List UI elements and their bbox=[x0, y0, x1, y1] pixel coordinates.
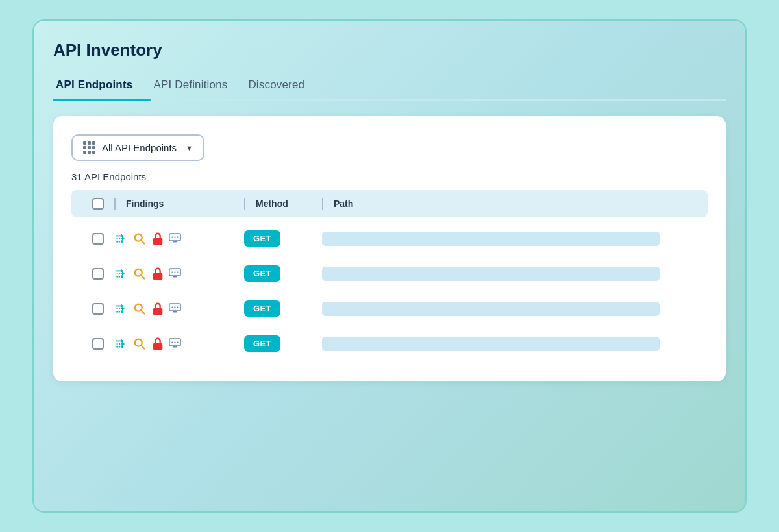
col-header-method: Method bbox=[244, 198, 322, 210]
page-title: API Inventory bbox=[53, 40, 726, 60]
tab-endpoints[interactable]: API Endpoints bbox=[53, 72, 151, 99]
svg-rect-27 bbox=[153, 308, 163, 315]
svg-point-19 bbox=[174, 271, 175, 272]
lock-icon bbox=[151, 302, 165, 316]
grid-icon bbox=[83, 141, 95, 154]
svg-rect-16 bbox=[153, 273, 163, 280]
table-row: GET bbox=[71, 291, 708, 326]
svg-point-20 bbox=[177, 271, 178, 272]
path-bar bbox=[322, 302, 660, 316]
table-row: GET bbox=[71, 221, 708, 256]
svg-line-26 bbox=[141, 310, 144, 313]
col-header-path: Path bbox=[322, 198, 697, 210]
endpoint-count: 31 API Endpoints bbox=[71, 171, 708, 182]
arrows-icon bbox=[114, 337, 129, 351]
chevron-down-icon: ▼ bbox=[186, 144, 193, 152]
svg-point-29 bbox=[171, 306, 173, 308]
svg-rect-38 bbox=[153, 343, 163, 350]
path-bar bbox=[322, 337, 660, 351]
svg-point-41 bbox=[174, 341, 175, 343]
svg-point-9 bbox=[177, 236, 178, 237]
arrows-icon bbox=[114, 267, 129, 281]
select-all-checkbox[interactable] bbox=[82, 198, 114, 210]
password-icon bbox=[169, 232, 183, 246]
svg-rect-43 bbox=[173, 346, 177, 347]
findings-icons bbox=[114, 337, 244, 351]
content-card: All API Endpoints ▼ 31 API Endpoints Fin… bbox=[53, 116, 726, 381]
tabs-bar: API Endpoints API Definitions Discovered bbox=[53, 72, 726, 101]
get-badge: GET bbox=[244, 300, 280, 317]
method-cell: GET bbox=[244, 265, 322, 282]
get-badge: GET bbox=[244, 335, 280, 352]
svg-rect-5 bbox=[153, 238, 163, 245]
col-header-findings: Findings bbox=[114, 198, 244, 210]
lock-icon bbox=[151, 232, 165, 246]
search-magnifier-icon bbox=[132, 267, 147, 281]
path-bar bbox=[322, 232, 660, 246]
path-bar bbox=[322, 267, 660, 281]
method-cell: GET bbox=[244, 335, 322, 352]
search-magnifier-icon bbox=[132, 337, 147, 351]
search-magnifier-icon bbox=[132, 232, 147, 246]
filter-row: All API Endpoints ▼ bbox=[71, 134, 708, 161]
search-magnifier-icon bbox=[132, 302, 147, 316]
password-icon bbox=[169, 337, 183, 351]
row-checkbox[interactable] bbox=[82, 338, 114, 350]
method-cell: GET bbox=[244, 230, 322, 247]
get-badge: GET bbox=[244, 230, 280, 247]
tab-discovered[interactable]: Discovered bbox=[245, 72, 323, 99]
table-row: GET bbox=[71, 256, 708, 291]
svg-rect-21 bbox=[173, 276, 177, 277]
row-checkbox[interactable] bbox=[82, 268, 114, 280]
svg-point-31 bbox=[177, 306, 178, 308]
findings-icons bbox=[114, 232, 244, 246]
password-icon bbox=[169, 302, 183, 316]
password-icon bbox=[169, 267, 183, 281]
path-cell bbox=[322, 302, 697, 316]
path-cell bbox=[322, 232, 697, 246]
svg-point-30 bbox=[174, 306, 175, 308]
path-cell bbox=[322, 337, 697, 351]
arrows-icon bbox=[114, 302, 129, 316]
lock-icon bbox=[151, 337, 165, 351]
get-badge: GET bbox=[244, 265, 280, 282]
svg-point-18 bbox=[171, 271, 173, 272]
arrows-icon bbox=[114, 232, 129, 246]
tab-definitions[interactable]: API Definitions bbox=[151, 72, 245, 99]
path-cell bbox=[322, 267, 697, 281]
svg-point-42 bbox=[177, 341, 178, 343]
row-checkbox[interactable] bbox=[82, 303, 114, 315]
lock-icon bbox=[151, 267, 165, 281]
table-header: Findings Method Path bbox=[71, 190, 708, 217]
svg-point-7 bbox=[171, 236, 173, 237]
row-checkbox[interactable] bbox=[82, 233, 114, 245]
filter-label: All API Endpoints bbox=[102, 142, 177, 153]
svg-rect-32 bbox=[173, 311, 177, 312]
svg-point-40 bbox=[171, 341, 173, 343]
svg-line-15 bbox=[141, 275, 144, 278]
svg-rect-10 bbox=[173, 241, 177, 242]
page-container: API Inventory API Endpoints API Definiti… bbox=[32, 19, 747, 513]
findings-icons bbox=[114, 267, 244, 281]
method-cell: GET bbox=[244, 300, 322, 317]
svg-line-4 bbox=[141, 240, 144, 243]
svg-line-37 bbox=[141, 345, 144, 348]
findings-icons bbox=[114, 302, 244, 316]
svg-point-8 bbox=[174, 236, 175, 237]
table-row: GET bbox=[71, 326, 708, 361]
filter-dropdown[interactable]: All API Endpoints ▼ bbox=[71, 134, 204, 161]
